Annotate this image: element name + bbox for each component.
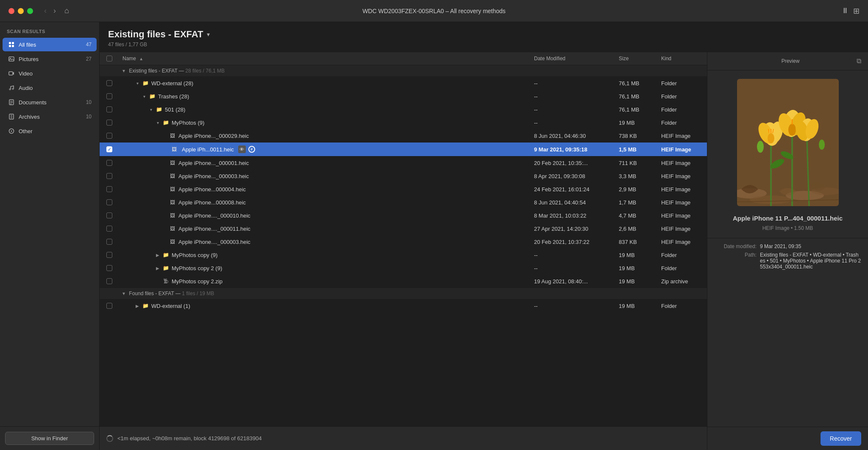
minimize-button[interactable]: [18, 8, 24, 14]
sidebar-item-documents[interactable]: Documents 10: [3, 95, 97, 109]
row-checkbox[interactable]: [106, 212, 112, 218]
heif-file-icon: 🖼: [169, 225, 176, 232]
tree-toggle[interactable]: ▶: [134, 303, 140, 309]
table-row[interactable]: ▶ 📁 MyPhotos copy 2 (9) -- 19 MB Folder: [100, 262, 707, 275]
sidebar-item-audio[interactable]: Audio: [3, 81, 97, 95]
header-checkbox[interactable]: [100, 52, 117, 65]
table-row[interactable]: ▾ 📁 WD-external (28) -- 76,1 MB Folder: [100, 77, 707, 90]
file-date: 20 Feb 2021, 10:37:22: [529, 235, 614, 249]
table-row-selected[interactable]: ▶ 🖼 Apple iPh...0011.heic 👁 # 9 Mar 2021…: [100, 143, 707, 157]
row-checkbox-checked[interactable]: [106, 146, 112, 152]
split-view-button[interactable]: ⊞: [853, 6, 860, 16]
table-row[interactable]: ▾ 📁 Trashes (28) -- 76,1 MB Folder: [100, 90, 707, 103]
sidebar-documents-count: 10: [86, 99, 92, 105]
row-checkbox[interactable]: [106, 186, 112, 192]
table-row[interactable]: ▶ 🗜 MyPhotos copy 2.zip 19 Aug 2021, 08:…: [100, 275, 707, 288]
home-button[interactable]: ⌂: [64, 6, 69, 16]
select-all-checkbox[interactable]: [106, 56, 112, 61]
group-toggle-existing[interactable]: ▾: [122, 68, 125, 74]
table-row[interactable]: ▾ 📁 501 (28) -- 76,1 MB Folder: [100, 103, 707, 116]
file-kind: HEIF Image: [656, 170, 707, 183]
row-checkbox[interactable]: [106, 93, 112, 99]
sidebar-item-video[interactable]: Video: [3, 67, 97, 80]
row-checkbox[interactable]: [106, 252, 112, 258]
file-date: 20 Feb 2021, 10:35:...: [529, 157, 614, 170]
forward-button[interactable]: ›: [51, 6, 58, 16]
picture-icon: [8, 55, 15, 63]
table-row[interactable]: ▶ 🖼 Apple iPhone...000008.heic 8 Jun 202…: [100, 196, 707, 209]
file-kind: Folder: [656, 262, 707, 275]
sidebar-item-archives[interactable]: Archives 10: [3, 110, 97, 123]
row-checkbox[interactable]: [106, 226, 112, 232]
header-name[interactable]: Name ▲: [117, 52, 529, 65]
file-name-cell: ▶ 🗜 MyPhotos copy 2.zip: [117, 275, 529, 288]
row-checkbox[interactable]: [106, 106, 112, 112]
tree-toggle[interactable]: ▶: [155, 252, 161, 258]
file-date: --: [529, 249, 614, 262]
archives-icon: [8, 113, 15, 120]
sidebar-footer: Show in Finder: [0, 426, 99, 450]
table-row[interactable]: ▶ 🖼 Apple iPhone...._000010.heic 8 Mar 2…: [100, 209, 707, 222]
recover-button[interactable]: Recover: [821, 431, 861, 446]
tree-toggle[interactable]: ▾: [134, 80, 140, 86]
row-checkbox[interactable]: [106, 303, 112, 309]
sidebar-item-pictures[interactable]: Pictures 27: [3, 52, 97, 66]
file-date: 8 Mar 2021, 10:03:22: [529, 209, 614, 222]
preview-header: Preview ⧉: [707, 52, 868, 70]
table-row[interactable]: ▶ 🖼 Apple iPhone...._000011.heic 27 Apr …: [100, 222, 707, 235]
file-name: Apple iPh...0011.heic: [182, 146, 234, 153]
header-kind[interactable]: Kind: [656, 52, 707, 65]
tree-toggle[interactable]: ▾: [141, 93, 147, 99]
back-button[interactable]: ‹: [42, 6, 49, 16]
grid-icon: [8, 41, 15, 48]
header-size[interactable]: Size: [614, 52, 656, 65]
heif-file-icon: 🖼: [169, 199, 176, 206]
pause-button[interactable]: ⏸: [841, 6, 849, 15]
group-header-existing: ▾ Existing files - EXFAT — 28 files / 76…: [100, 65, 707, 77]
maximize-button[interactable]: [27, 8, 33, 14]
table-row[interactable]: ▶ 🖼 Apple iPhone..._000001.heic 20 Feb 2…: [100, 157, 707, 170]
row-checkbox[interactable]: [106, 278, 112, 284]
file-table-container[interactable]: Name ▲ Date Modified Size Kind: [100, 52, 707, 426]
row-checkbox[interactable]: [106, 160, 112, 166]
preview-panel: Preview ⧉: [707, 52, 868, 450]
file-size: 711 KB: [614, 157, 656, 170]
table-row[interactable]: ▶ 🖼 Apple iPhone..._000029.heic 8 Jun 20…: [100, 129, 707, 143]
table-row[interactable]: ▶ 📁 MyPhotos copy (9) -- 19 MB Folder: [100, 249, 707, 262]
preview-expand-button[interactable]: ⧉: [857, 57, 861, 65]
table-row[interactable]: ▶ 🖼 Apple iPhone...._000003.heic 20 Feb …: [100, 235, 707, 249]
file-name: Apple iPhone...000004.heic: [178, 186, 246, 193]
documents-icon: [8, 98, 15, 106]
tree-toggle[interactable]: ▶: [155, 265, 161, 271]
sidebar-other-label: Other: [19, 128, 92, 134]
row-checkbox[interactable]: [106, 199, 112, 205]
status-bar: <1m elapsed, ~0h08m remain, block 412969…: [100, 435, 707, 442]
close-button[interactable]: [8, 8, 14, 14]
row-checkbox[interactable]: [106, 173, 112, 179]
file-size: 1,7 MB: [614, 196, 656, 209]
content-title-dropdown[interactable]: ▾: [207, 31, 210, 38]
row-checkbox[interactable]: [106, 239, 112, 245]
hash-icon[interactable]: #: [248, 146, 255, 153]
table-row[interactable]: ▶ 🖼 Apple iPhone...000004.heic 24 Feb 20…: [100, 183, 707, 196]
file-name: Trashes (28): [158, 93, 189, 100]
table-row[interactable]: ▶ 🖼 Apple iPhone..._000003.heic 8 Apr 20…: [100, 170, 707, 183]
sidebar-item-all-files[interactable]: All files 47: [3, 38, 97, 51]
file-name-cell: ▶ 📁 MyPhotos copy (9): [117, 249, 529, 262]
tree-toggle[interactable]: ▾: [148, 106, 154, 112]
file-kind: Folder: [656, 90, 707, 103]
preview-eye-icon[interactable]: 👁: [238, 145, 246, 153]
heif-file-icon: 🖼: [169, 132, 176, 139]
row-checkbox[interactable]: [106, 133, 112, 139]
table-row[interactable]: ▾ 📁 MyPhotos (9) -- 19 MB Folder: [100, 116, 707, 129]
tree-toggle[interactable]: ▾: [155, 120, 161, 126]
table-row[interactable]: ▶ 📁 WD-external (1) -- 19 MB Folder: [100, 299, 707, 313]
sidebar-item-other[interactable]: Other: [3, 124, 97, 138]
group-toggle-found[interactable]: ▾: [122, 291, 125, 296]
row-checkbox[interactable]: [106, 265, 112, 271]
header-date[interactable]: Date Modified: [529, 52, 614, 65]
file-kind: Folder: [656, 116, 707, 129]
show-in-finder-button[interactable]: Show in Finder: [5, 432, 94, 445]
row-checkbox[interactable]: [106, 120, 112, 126]
row-checkbox[interactable]: [106, 80, 112, 86]
